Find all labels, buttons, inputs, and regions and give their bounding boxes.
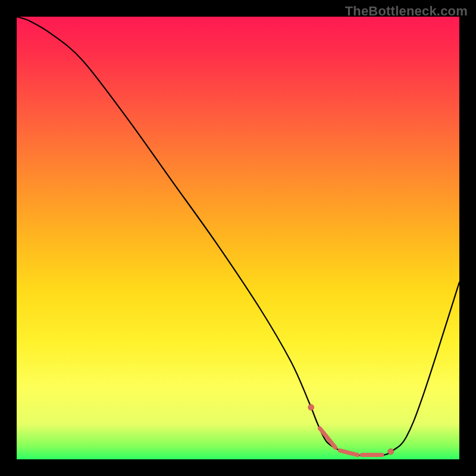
curve-dash-marker xyxy=(340,450,358,455)
curve-dash-marker xyxy=(320,428,336,447)
watermark-text: TheBottleneck.com xyxy=(345,4,468,19)
bottleneck-curve xyxy=(17,17,459,455)
chart-plot-area xyxy=(17,17,459,459)
curve-dot-marker xyxy=(308,405,314,411)
curve-dot-marker xyxy=(388,449,394,455)
chart-svg xyxy=(17,17,459,459)
curve-markers xyxy=(308,405,394,455)
